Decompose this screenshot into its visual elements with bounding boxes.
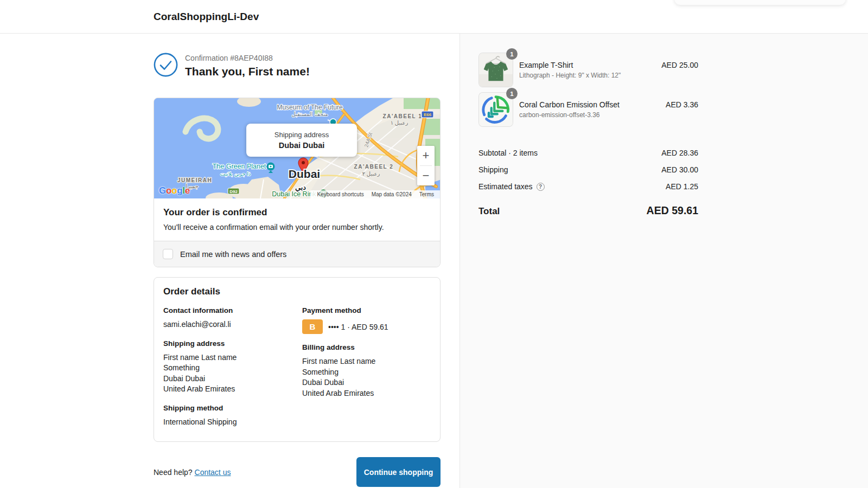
map-zoom-out-button[interactable]: − (417, 166, 435, 185)
item-name: Example T-Shirt (519, 61, 573, 69)
shipping-address-line: First name Last name (163, 352, 302, 363)
shipping-address-field: Shipping address First name Last name So… (163, 339, 302, 395)
billing-address-field: Billing address First name Last name Som… (302, 343, 431, 399)
billing-address-label: Billing address (302, 343, 431, 351)
email-optin-checkbox[interactable] (163, 249, 173, 259)
map-attribution: Keyboard shortcuts Map data ©2024 Terms (310, 190, 441, 198)
google-letter: G (159, 185, 166, 196)
order-confirmed-title: Your order is confirmed (154, 198, 440, 218)
keyboard-shortcuts-link[interactable]: Keyboard shortcuts (314, 191, 368, 197)
map-label-dubai: Dubai (289, 168, 320, 180)
billing-address-line: Something (302, 367, 431, 378)
map-label-zaabeel1: ZA'ABEEL 1 (383, 113, 423, 119)
terms-link[interactable]: Terms (416, 191, 438, 197)
billing-address-line: Dubai Dubai (302, 377, 431, 388)
svg-text:D92: D92 (229, 189, 238, 194)
order-confirmed-card: Museum of The Future متحف المستقبل ZA'AB… (154, 98, 441, 267)
shipping-method-label: Shipping method (163, 404, 302, 412)
map-label-jumeirah: JUMEIRAH (177, 177, 212, 183)
quantity-badge: 1 (506, 88, 518, 99)
order-confirmed-check-icon (154, 53, 178, 79)
shipping-method-field: Shipping method International Shipping (163, 404, 302, 428)
list-item: 1 Coral Carbon Emission Offset AED 3.36 … (478, 92, 698, 127)
order-confirmed-message: You'll receive a confirmation email with… (154, 218, 440, 241)
map-label-zaabeel2: ZA'ABEEL 2 (354, 164, 394, 170)
google-letter: e (185, 185, 190, 196)
map-zoom-in-button[interactable]: + (417, 146, 435, 165)
payment-method-field: Payment method B •••• 1 · AED 59.61 (302, 306, 431, 334)
order-details-card: Order details Contact information sami.e… (154, 277, 441, 442)
billing-address-line: First name Last name (302, 356, 431, 367)
payment-gateway-icon: B (302, 319, 323, 334)
shipping-map[interactable]: Museum of The Future متحف المستقبل ZA'AB… (154, 98, 441, 198)
total-label: Total (478, 206, 500, 217)
route-badge-e66: E66 (422, 111, 433, 118)
list-item: 1 Example T-Shirt AED 25.00 Lithograph -… (478, 53, 698, 87)
contact-us-link[interactable]: Contact us (195, 468, 231, 477)
shipping-row: Shipping AED 30.00 (478, 165, 698, 174)
item-variant: Lithograph - Height: 9" x Width: 12" (519, 72, 698, 79)
checkout-footer: Need help? Contact us Continue shopping (154, 457, 441, 487)
payment-method-value: •••• 1 · AED 59.61 (328, 323, 388, 331)
confirmation-header: Confirmation #8AEP40I88 Thank you, First… (154, 53, 441, 79)
map-label-zaabeel2-arabic: زعبيل ٢ (362, 171, 380, 177)
confirmation-number: Confirmation #8AEP40I88 (185, 54, 310, 62)
map-label-museum: Museum of The Future (277, 104, 342, 111)
subtotal-row: Subtotal · 2 items AED 28.36 (478, 149, 698, 157)
item-price: AED 3.36 (666, 100, 698, 109)
contact-information-field: Contact information sami.elachi@coral.li (163, 306, 302, 330)
google-letter: o (166, 185, 171, 196)
taxes-value: AED 1.25 (666, 182, 698, 191)
shipping-address-line: Something (163, 363, 302, 374)
map-data-copyright: Map data ©2024 (368, 191, 416, 197)
shipping-method-value: International Shipping (163, 417, 302, 428)
map-zoom-controls: + − (417, 146, 435, 185)
shipping-address-line: United Arab Emirates (163, 384, 302, 395)
subtotal-value: AED 28.36 (661, 149, 698, 157)
contact-information-label: Contact information (163, 306, 302, 314)
total-value: AED 59.61 (647, 204, 698, 217)
map-label-museum-arabic: متحف المستقبل (291, 111, 328, 117)
map-label-green-planet-arabic: ذا جرين بلانيت (220, 171, 251, 177)
shipping-label: Shipping (478, 165, 508, 174)
email-optin-section: Email me with news and offers (154, 241, 440, 267)
order-details-title: Order details (163, 286, 431, 297)
total-row: Total AED 59.61 (478, 204, 698, 217)
svg-text:E66: E66 (424, 112, 432, 117)
route-badge-d92: D92 (228, 188, 239, 194)
page-header: CoralShoppingLi-Dev (0, 0, 868, 34)
browser-artifact-pill (674, 0, 846, 5)
shipping-value: AED 30.00 (661, 165, 698, 174)
email-optin-label: Email me with news and offers (180, 250, 286, 259)
tooltip-value: Dubai Dubai (279, 141, 325, 150)
continue-shopping-button[interactable]: Continue shopping (356, 457, 441, 487)
payment-method-label: Payment method (302, 306, 431, 314)
subtotal-label: Subtotal · 2 items (478, 149, 538, 157)
quantity-badge: 1 (506, 48, 518, 60)
item-name: Coral Carbon Emission Offset (519, 100, 620, 109)
taxes-help-icon[interactable]: ? (537, 183, 545, 191)
order-summary-sidebar: 1 Example T-Shirt AED 25.00 Lithograph -… (459, 34, 868, 488)
shipping-address-line: Dubai Dubai (163, 374, 302, 384)
checkout-main-column: Confirmation #8AEP40I88 Thank you, First… (0, 34, 459, 488)
contact-email-value: sami.elachi@coral.li (163, 319, 302, 330)
tooltip-title: Shipping address (275, 131, 329, 139)
totals-section: Subtotal · 2 items AED 28.36 Shipping AE… (478, 149, 698, 217)
store-title: CoralShoppingLi-Dev (154, 11, 259, 23)
google-letter: o (171, 185, 177, 196)
thank-you-heading: Thank you, First name! (185, 65, 310, 78)
google-letter: g (177, 185, 182, 196)
map-label-zaabeel1-arabic: زعبيل ١ (391, 120, 409, 126)
map-label-green-planet: The Green Planet (213, 163, 266, 170)
shipping-address-label: Shipping address (163, 339, 302, 348)
shipping-address-tooltip: Shipping address Dubai Dubai (246, 124, 357, 157)
need-help-text: Need help? (154, 468, 193, 477)
item-price: AED 25.00 (661, 61, 698, 69)
billing-address-line: United Arab Emirates (302, 388, 431, 399)
google-logo[interactable]: Google (159, 185, 190, 196)
taxes-row: Estimated taxes ? AED 1.25 (478, 182, 698, 191)
item-variant: carbon-emission-offset-3.36 (519, 111, 698, 119)
taxes-label: Estimated taxes (478, 182, 533, 191)
